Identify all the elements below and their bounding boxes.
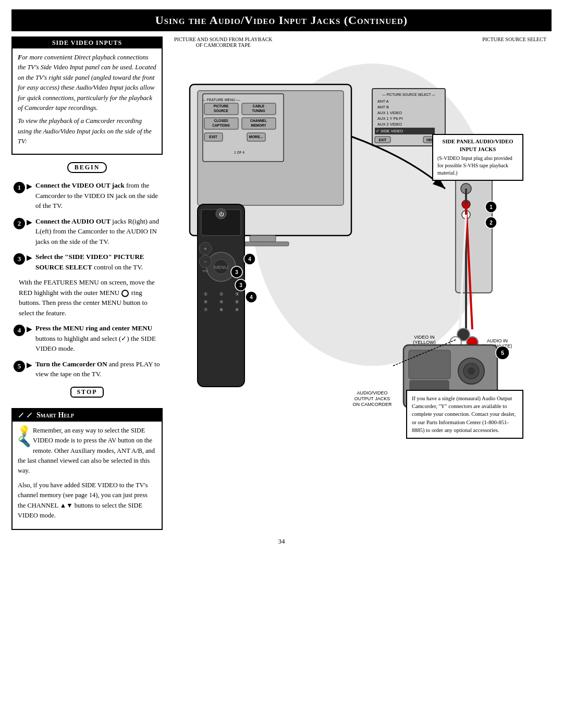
svg-text:TUNING: TUNING: [252, 109, 265, 113]
svg-text:2: 2: [489, 220, 493, 226]
step-4-arrow: ▶: [27, 325, 32, 334]
step-3-number: 3: [14, 253, 25, 265]
svg-text:SOURCE: SOURCE: [214, 109, 228, 113]
side-panel-jacks-title: SIDE PANEL AUDIO/VIDEOINPUT JACKS: [437, 138, 518, 153]
menu-ring-icon: [121, 290, 129, 297]
svg-text:CLOSED: CLOSED: [214, 119, 228, 122]
side-panel-jacks-box: SIDE PANEL AUDIO/VIDEOINPUT JACKS (S-VID…: [432, 134, 523, 181]
step-1: 1 ▶ Connect the VIDEO OUT jack from the …: [14, 180, 161, 211]
smart-help-para1: 💡 Remember, an easy way 🔦 to select the …: [18, 426, 156, 476]
stop-badge-container: STOP: [14, 385, 161, 398]
svg-text:1: 1: [489, 204, 493, 210]
svg-text:③: ③: [235, 292, 239, 297]
step-1-number: 1: [14, 182, 25, 193]
smart-help-body: 💡 Remember, an easy way 🔦 to select the …: [18, 426, 156, 521]
step-3-arrow: ▶: [27, 253, 32, 262]
svg-text:EXIT: EXIT: [209, 135, 217, 139]
smart-help-box: ⟋⟋ Smart Help 💡 Remember, an easy way 🔦 …: [11, 408, 163, 530]
svg-text:⏻: ⏻: [219, 212, 224, 217]
svg-text:— PICTURE SOURCE SELECT —: — PICTURE SOURCE SELECT —: [382, 93, 435, 96]
svg-text:ON CAMCORDER: ON CAMCORDER: [352, 402, 392, 407]
svg-text:②: ②: [219, 292, 223, 297]
svg-text:VOL: VOL: [202, 269, 209, 273]
step-3-continuation: With the FEATURES MENU on screen, move t…: [19, 277, 161, 318]
step-2-number: 2: [14, 218, 25, 229]
page-header: Using the Audio/Video Input Jacks (Conti…: [11, 9, 552, 31]
svg-text:VIDEO IN: VIDEO IN: [414, 335, 435, 340]
lightbulb-icon: 💡: [18, 426, 31, 436]
right-column: PICTURE AND SOUND FROM PLAYBACKOF CAMCOR…: [169, 36, 552, 530]
step-5-arrow: ▶: [27, 361, 32, 369]
svg-text:(YELLOW): (YELLOW): [413, 340, 436, 345]
svg-text:④: ④: [204, 300, 207, 304]
svg-text:AUX 1 VIDEO: AUX 1 VIDEO: [377, 110, 402, 115]
svg-text:⑨: ⑨: [235, 307, 239, 312]
step-5-content: Turn the Camcorder ON and press PLAY to …: [35, 359, 161, 379]
svg-text:MENU: MENU: [214, 265, 228, 270]
smart-help-title: ⟋⟋ Smart Help: [13, 409, 162, 422]
svg-text:AUX 1 Y Pb Pr: AUX 1 Y Pb Pr: [377, 116, 403, 121]
begin-badge-container: BEGIN: [11, 160, 163, 176]
svg-text:PICTURE: PICTURE: [214, 104, 229, 108]
bottom-note-box: If you have a single (monaural) Audio Ou…: [406, 390, 523, 439]
svg-text:ANT A: ANT A: [377, 99, 389, 104]
diagram-svg: — FEATURE MENU — PICTURE SOURCE CABLE TU…: [169, 53, 523, 444]
stop-badge: STOP: [70, 387, 103, 398]
side-video-inputs-box: SIDE VIDEO INPUTS For more convenient Di…: [11, 36, 163, 155]
left-column: SIDE VIDEO INPUTS For more convenient Di…: [11, 36, 163, 530]
svg-text:⑤: ⑤: [219, 300, 223, 304]
svg-text:5: 5: [501, 350, 504, 356]
svg-text:⑥: ⑥: [235, 300, 239, 304]
svg-text:EXIT: EXIT: [379, 138, 386, 142]
side-panel-jacks-note: (S-VIDEO Input plug also provided for po…: [437, 155, 518, 177]
svg-text:1 OF 4: 1 OF 4: [234, 151, 244, 154]
svg-text:+: +: [204, 246, 207, 252]
diagram-top-labels: PICTURE AND SOUND FROM PLAYBACKOF CAMCOR…: [169, 36, 552, 48]
step-4-number: 4: [14, 325, 25, 336]
side-video-title: SIDE VIDEO INPUTS: [13, 38, 162, 48]
svg-text:3: 3: [235, 269, 238, 275]
side-video-text: For more convenient Direct playback conn…: [18, 53, 156, 146]
page-number: 34: [11, 537, 552, 546]
step-4: 4 ▶ Press the MENU ring and center MENU …: [14, 323, 161, 354]
step-4-content: Press the MENU ring and center MENU butt…: [35, 323, 161, 354]
svg-text:3: 3: [239, 282, 242, 288]
svg-text:✓ SIDE VIDEO: ✓ SIDE VIDEO: [376, 129, 403, 133]
svg-text:OUTPUT JACKS: OUTPUT JACKS: [354, 396, 390, 401]
svg-point-91: [468, 367, 475, 375]
step-2: 2 ▶ Connect the AUDIO OUT jacks R(ight) …: [14, 216, 161, 247]
side-video-para2: To view the playback of a Camcorder reco…: [18, 116, 156, 146]
svg-text:4: 4: [250, 294, 253, 300]
step-2-arrow: ▶: [27, 218, 32, 227]
step-5-number: 5: [14, 361, 25, 372]
begin-badge: BEGIN: [67, 162, 107, 173]
svg-text:−: −: [204, 259, 207, 265]
svg-text:MEMORY: MEMORY: [251, 124, 266, 127]
diagonal-lines-icon: ⟋⟋: [17, 411, 33, 420]
svg-rect-88: [409, 350, 450, 379]
label-picture-source: PICTURE SOURCE SELECT: [482, 36, 546, 48]
svg-text:CABLE: CABLE: [253, 104, 265, 108]
svg-text:— FEATURE MENU —: — FEATURE MENU —: [202, 98, 240, 102]
svg-text:⑧: ⑧: [219, 307, 223, 312]
svg-text:4: 4: [248, 256, 251, 262]
step-2-content: Connect the AUDIO OUT jacks R(ight) and …: [35, 216, 161, 247]
svg-text:MORE...: MORE...: [249, 135, 263, 139]
svg-text:CHANNEL: CHANNEL: [250, 119, 267, 122]
step-3-content: Select the "SIDE VIDEO" PICTURE SOURCE S…: [35, 252, 161, 272]
svg-text:AUDIO IN: AUDIO IN: [487, 338, 508, 343]
svg-text:AUX 2 VIDEO: AUX 2 VIDEO: [377, 122, 402, 127]
step-3: 3 ▶ Select the "SIDE VIDEO" PICTURE SOUR…: [14, 252, 161, 272]
main-diagram: — FEATURE MENU — PICTURE SOURCE CABLE TU…: [169, 53, 523, 444]
lightbulb-icon-2: 🔦: [18, 436, 31, 447]
svg-text:AUDIO/VIDEO: AUDIO/VIDEO: [357, 390, 387, 396]
smart-help-para2: Also, if you have added SIDE VIDEO to th…: [18, 480, 156, 521]
side-video-para1: For more convenient Direct playback conn…: [18, 53, 156, 113]
steps-section: 1 ▶ Connect the VIDEO OUT jack from the …: [11, 180, 163, 403]
svg-text:ANT B: ANT B: [377, 105, 389, 109]
svg-rect-36: [250, 236, 276, 242]
svg-text:CAPTIONS: CAPTIONS: [212, 124, 230, 127]
step-1-arrow: ▶: [27, 182, 32, 191]
step-5: 5 ▶ Turn the Camcorder ON and press PLAY…: [14, 359, 161, 379]
step-1-content: Connect the VIDEO OUT jack from the Camc…: [35, 180, 161, 211]
